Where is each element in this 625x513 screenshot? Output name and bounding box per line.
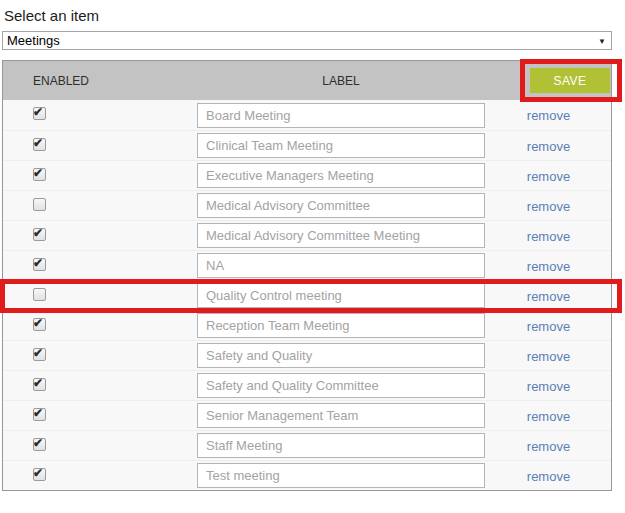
enabled-checkbox[interactable] — [33, 438, 46, 451]
enabled-checkbox[interactable] — [33, 168, 46, 181]
table-header: ENABLED LABEL SAVE — [3, 61, 611, 100]
enabled-cell — [3, 407, 196, 425]
enabled-checkbox[interactable] — [33, 228, 46, 241]
enabled-cell — [3, 257, 196, 275]
remove-link[interactable]: remove — [527, 289, 570, 304]
label-cell — [196, 373, 486, 398]
remove-cell: remove — [486, 467, 611, 485]
label-cell — [196, 253, 486, 278]
enabled-checkbox[interactable] — [33, 468, 46, 481]
table-row: remove — [3, 160, 611, 190]
label-input[interactable] — [197, 223, 485, 248]
label-input[interactable] — [197, 253, 485, 278]
label-input[interactable] — [197, 163, 485, 188]
table-row: remove — [3, 220, 611, 250]
label-cell — [196, 163, 486, 188]
label-cell — [196, 403, 486, 428]
remove-cell: remove — [486, 347, 611, 365]
label-input[interactable] — [197, 373, 485, 398]
label-column-header: LABEL — [196, 74, 486, 88]
table-row: remove — [3, 280, 611, 310]
enabled-checkbox[interactable] — [33, 258, 46, 271]
enabled-checkbox[interactable] — [33, 378, 46, 391]
enabled-cell — [3, 106, 196, 124]
label-cell — [196, 193, 486, 218]
enabled-checkbox[interactable] — [33, 198, 46, 211]
remove-link[interactable]: remove — [527, 139, 570, 154]
remove-link[interactable]: remove — [527, 469, 570, 484]
label-input[interactable] — [197, 343, 485, 368]
remove-link[interactable]: remove — [527, 259, 570, 274]
table-row: remove — [3, 430, 611, 460]
table-row: remove — [3, 100, 611, 130]
table-body: remove remove remove — [3, 100, 611, 490]
item-select[interactable]: Meetings — [2, 31, 612, 50]
enabled-cell — [3, 467, 196, 485]
label-input[interactable] — [197, 283, 485, 308]
remove-cell: remove — [486, 407, 611, 425]
label-cell — [196, 283, 486, 308]
label-cell — [196, 103, 486, 128]
label-cell — [196, 313, 486, 338]
remove-cell: remove — [486, 257, 611, 275]
enabled-cell — [3, 317, 196, 335]
remove-link[interactable]: remove — [527, 199, 570, 214]
table-row: remove — [3, 370, 611, 400]
remove-cell: remove — [486, 317, 611, 335]
enabled-column-header: ENABLED — [3, 74, 196, 88]
label-cell — [196, 133, 486, 158]
enabled-cell — [3, 377, 196, 395]
save-cell: SAVE — [486, 68, 611, 93]
table-row: remove — [3, 310, 611, 340]
label-input[interactable] — [197, 103, 485, 128]
label-cell — [196, 463, 486, 488]
remove-link[interactable]: remove — [527, 108, 570, 123]
label-input[interactable] — [197, 463, 485, 488]
page: Select an item Meetings ▼ ENABLED LABEL … — [2, 6, 612, 491]
enabled-cell — [3, 137, 196, 155]
label-input[interactable] — [197, 193, 485, 218]
label-input[interactable] — [197, 133, 485, 158]
remove-link[interactable]: remove — [527, 169, 570, 184]
enabled-cell — [3, 197, 196, 215]
enabled-checkbox[interactable] — [33, 408, 46, 421]
page-title: Select an item — [4, 7, 612, 24]
table-row: remove — [3, 340, 611, 370]
enabled-checkbox[interactable] — [33, 138, 46, 151]
enabled-cell — [3, 167, 196, 185]
label-input[interactable] — [197, 313, 485, 338]
remove-link[interactable]: remove — [527, 229, 570, 244]
label-input[interactable] — [197, 403, 485, 428]
save-button[interactable]: SAVE — [530, 68, 610, 93]
remove-link[interactable]: remove — [527, 319, 570, 334]
remove-cell: remove — [486, 137, 611, 155]
remove-link[interactable]: remove — [527, 349, 570, 364]
enabled-checkbox[interactable] — [33, 318, 46, 331]
table-row: remove — [3, 250, 611, 280]
remove-cell: remove — [486, 197, 611, 215]
remove-link[interactable]: remove — [527, 409, 570, 424]
table-row: remove — [3, 130, 611, 160]
enabled-cell — [3, 227, 196, 245]
remove-link[interactable]: remove — [527, 379, 570, 394]
table-row: remove — [3, 460, 611, 490]
remove-cell: remove — [486, 227, 611, 245]
remove-cell: remove — [486, 167, 611, 185]
items-table: ENABLED LABEL SAVE remove — [2, 60, 612, 491]
label-cell — [196, 343, 486, 368]
enabled-checkbox[interactable] — [33, 348, 46, 361]
enabled-checkbox[interactable] — [33, 288, 46, 301]
enabled-cell — [3, 347, 196, 365]
label-cell — [196, 223, 486, 248]
remove-cell: remove — [486, 377, 611, 395]
remove-cell: remove — [486, 437, 611, 455]
table-row: remove — [3, 190, 611, 220]
enabled-checkbox[interactable] — [33, 107, 46, 120]
enabled-cell — [3, 437, 196, 455]
label-input[interactable] — [197, 433, 485, 458]
table-row: remove — [3, 400, 611, 430]
remove-link[interactable]: remove — [527, 439, 570, 454]
save-button-wrapper: SAVE — [530, 68, 610, 93]
item-select-wrapper: Meetings ▼ — [2, 31, 612, 50]
remove-cell: remove — [486, 287, 611, 305]
